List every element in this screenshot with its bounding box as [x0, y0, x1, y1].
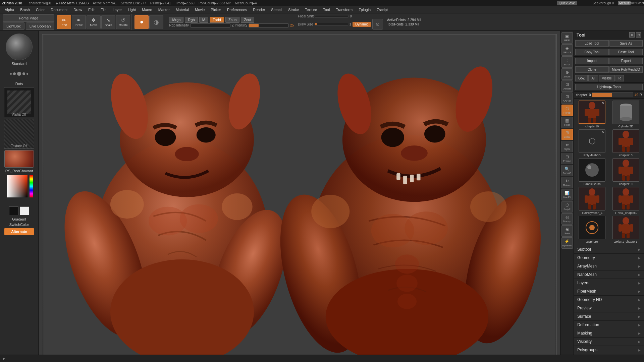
live-boolean-button[interactable]: Live Boolean	[26, 22, 55, 30]
hue-strip[interactable]	[30, 175, 33, 197]
zsub-button[interactable]: Zsub	[225, 17, 239, 23]
tool-menu-preview[interactable]: Preview▶	[574, 304, 644, 312]
menu-item-light[interactable]: Light	[125, 7, 139, 12]
mesh-item-6[interactable]: TMPolyMesh_1	[576, 187, 608, 215]
copy-tool-button[interactable]: Copy Tool	[575, 49, 609, 55]
clone-button[interactable]: Clone	[575, 66, 609, 73]
z-intensity-slider[interactable]	[249, 23, 289, 27]
texture-preview[interactable]: Texture Off	[4, 119, 34, 149]
rgb-button[interactable]: Rgb	[185, 17, 198, 23]
draw-size-slider[interactable]	[315, 23, 348, 25]
visible-button[interactable]: Visible	[599, 75, 615, 81]
mesh-item-7[interactable]: TPos1_chapter1	[610, 187, 642, 215]
mini-toolbar-scroll-button[interactable]: ↕Scroll	[561, 56, 573, 68]
rotate-button[interactable]: ↺ Rotate	[116, 15, 130, 29]
mesh-item-3[interactable]: chapter10	[610, 129, 642, 157]
zcut-button[interactable]: Zcut	[241, 17, 254, 23]
brush-preview[interactable]	[6, 34, 33, 60]
mesh-item-5[interactable]: chapter10	[610, 158, 642, 186]
menu-item-draw[interactable]: Draw	[71, 7, 85, 12]
dynamic-button[interactable]: Dynamic	[353, 22, 371, 27]
menu-item-tool[interactable]: Tool	[320, 7, 332, 12]
paste-tool-button[interactable]: Paste Tool	[609, 49, 643, 55]
focal-shift-slider[interactable]	[315, 15, 348, 18]
menu-item-stroke[interactable]: Stroke	[285, 7, 302, 12]
menu-item-zplugin[interactable]: Zplugin	[356, 7, 373, 12]
mini-toolbar-rotate-button[interactable]: ↻Rotate	[561, 177, 573, 188]
mini-toolbar-frame-button[interactable]: ⊟Frame	[561, 153, 573, 164]
zadd-button[interactable]: Zadd	[210, 17, 224, 23]
mini-toolbar-zoomd-button[interactable]: 🔍ZoomD	[561, 165, 573, 176]
tool-menu-subtool[interactable]: Subtool▶	[574, 245, 644, 254]
canvas-viewport[interactable]	[42, 34, 557, 355]
mesh-item-0[interactable]: 5chapter10	[576, 101, 608, 128]
m-button[interactable]: M	[199, 17, 208, 23]
lightbox-tools-button[interactable]: Lightbox▶ Tools	[575, 84, 643, 90]
menu-item-macro[interactable]: Macro	[139, 7, 155, 12]
alternate-button[interactable]: Alternate	[4, 228, 34, 235]
tool-menu-geometry[interactable]: Geometry▶	[574, 254, 644, 262]
draw-button[interactable]: ✒ Draw	[72, 15, 86, 29]
dynamic-icon-button[interactable]: ⊙	[372, 19, 383, 29]
menu-item-color[interactable]: Color	[33, 7, 47, 12]
mesh-item-2[interactable]: ⬡5PolyMesh3D	[576, 129, 608, 157]
menu-item-render[interactable]: Render	[250, 7, 268, 12]
tool-menu-geometry-hd[interactable]: Geometry HD▶	[574, 296, 644, 304]
move-button[interactable]: ✥ Move	[87, 15, 101, 29]
menu-item-preferences[interactable]: Preferences	[224, 7, 250, 12]
tool-menu-nanomesh[interactable]: NanoMesh▶	[574, 270, 644, 279]
menu-item-zscript[interactable]: Zscript	[374, 7, 390, 12]
mini-toolbar-polyf-button[interactable]: ⬡PolyF	[561, 201, 573, 213]
mini-toolbar-sym-button[interactable]: ⇔Sym	[561, 141, 573, 152]
menu-item-alpha[interactable]: Alpha	[2, 7, 17, 12]
menu-item-marker[interactable]: Marker	[156, 7, 172, 12]
mini-toolbar-persp-button[interactable]: ⬡Persp	[561, 105, 573, 116]
mesh-item-4[interactable]: SimpleBrush	[576, 158, 608, 186]
goz-button[interactable]: GoZ	[575, 75, 588, 81]
mini-toolbar-bpr-button[interactable]: ▣BPR	[561, 32, 573, 44]
canvas-area[interactable]	[39, 31, 560, 362]
menu-item-texture[interactable]: Texture	[302, 7, 320, 12]
menu-item-file[interactable]: File	[98, 7, 109, 12]
menu-item-material[interactable]: Material	[173, 7, 192, 12]
lightbox-button[interactable]: LightBox	[3, 22, 24, 30]
see-through-control[interactable]: See-through 0	[593, 1, 614, 5]
menu-item-transform[interactable]: Transform	[333, 7, 355, 12]
tool-close-icon[interactable]: ×	[629, 32, 635, 38]
material-swatch[interactable]	[4, 150, 34, 168]
tool-menu-fibermesh[interactable]: FiberMesh▶	[574, 287, 644, 296]
mesh-item-1[interactable]: Cylinder3D	[610, 101, 642, 128]
mini-toolbar-dynamo-button[interactable]: ⚡Dynamo	[561, 237, 573, 249]
all-button[interactable]: All	[588, 75, 598, 81]
mini-toolbar-solo-button[interactable]: ◉Solo	[561, 225, 573, 237]
menu-item-brush[interactable]: Brush	[17, 7, 33, 12]
rgb-intensity-slider[interactable]	[190, 23, 230, 27]
mini-toolbar-transp-button[interactable]: ◎Transp	[561, 213, 573, 225]
menu-item-edit[interactable]: Edit	[86, 7, 97, 12]
menu-item-picker[interactable]: Picker	[208, 7, 224, 12]
tool-menu-visibility[interactable]: Visibility▶	[574, 338, 644, 346]
tool-maximize-icon[interactable]: □	[636, 32, 641, 38]
sphere-mode-button[interactable]: ●	[135, 15, 149, 29]
white-swatch[interactable]	[20, 206, 29, 215]
chapter-slider[interactable]	[592, 93, 633, 97]
tool-menu-arraymesh[interactable]: ArrayMesh▶	[574, 262, 644, 270]
menu-item-stencil[interactable]: Stencil	[268, 7, 285, 12]
dots-preview[interactable]	[6, 67, 33, 80]
material-button[interactable]: ◑	[149, 15, 163, 29]
color-gradient-box[interactable]	[7, 175, 28, 197]
mini-toolbar-actual-button[interactable]: ⊡Actual	[561, 80, 573, 92]
color-picker[interactable]	[4, 174, 34, 204]
quick-save-button[interactable]: QuickSave	[557, 1, 577, 5]
mini-toolbar-local-button[interactable]: ⊞Local	[561, 129, 573, 140]
menu-item-movie[interactable]: Movie	[192, 7, 207, 12]
mesh-item-9[interactable]: ZRig#1_chapter1	[610, 216, 642, 243]
menu-item-document[interactable]: Document	[48, 7, 70, 12]
mrgb-button[interactable]: Mrgb	[169, 17, 183, 23]
export-button-top[interactable]: Export	[609, 58, 643, 64]
tool-menu-surface[interactable]: Surface▶	[574, 312, 644, 321]
alpha-preview[interactable]: Alpha Off	[4, 87, 34, 117]
mesh-item-8[interactable]: ZSphere	[576, 216, 608, 243]
scale-button[interactable]: ⤡ Scale	[101, 15, 115, 29]
import-button-top[interactable]: Import	[575, 58, 609, 64]
